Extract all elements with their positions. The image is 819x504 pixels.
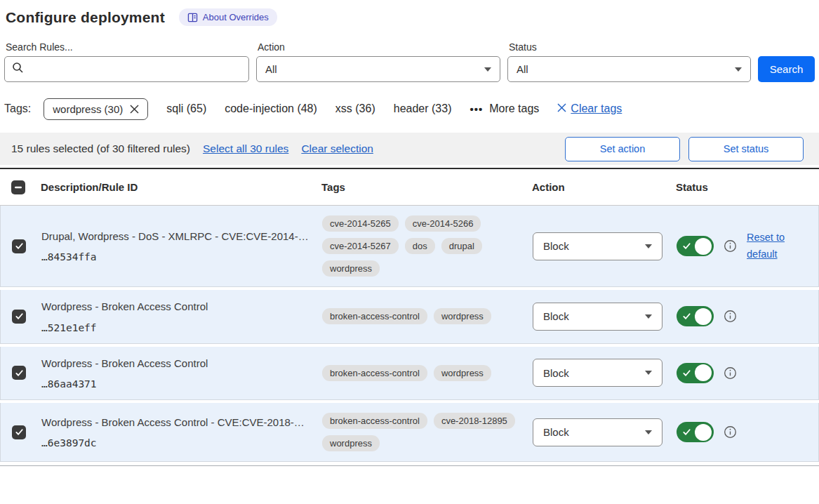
selected-tag-wordpress[interactable]: wordpress (30) xyxy=(44,98,148,120)
page-header: Configure deployment About Overrides xyxy=(0,0,819,26)
clear-tags-button[interactable]: Clear tags xyxy=(557,102,622,115)
info-icon[interactable] xyxy=(724,239,737,253)
rule-tags: broken-access-controlwordpress xyxy=(322,365,533,381)
info-icon[interactable] xyxy=(724,366,737,380)
rule-enabled-toggle[interactable] xyxy=(677,363,714,383)
info-icon[interactable] xyxy=(724,425,737,439)
rule-description: Wordpress - Broken Access Control xyxy=(41,357,311,371)
rule-description: Drupal, Wordpress - DoS - XMLRPC - CVE:C… xyxy=(41,230,311,244)
rule-action-value: Block xyxy=(543,367,569,379)
rule-id: …521e1eff xyxy=(41,322,311,333)
table-body: Drupal, Wordpress - DoS - XMLRPC - CVE:C… xyxy=(0,206,819,462)
tag-pill: broken-access-control xyxy=(322,413,427,429)
remove-tag-icon[interactable] xyxy=(130,105,139,114)
chevron-down-icon xyxy=(645,430,652,435)
clear-tags-label: Clear tags xyxy=(571,102,622,115)
search-button[interactable]: Search xyxy=(758,56,815,82)
search-rules-box xyxy=(4,56,249,82)
rule-description-cell: Wordpress - Broken Access Control - CVE:… xyxy=(41,416,322,449)
tag-pill: wordpress xyxy=(322,435,380,451)
tag-option-code-injection[interactable]: code-injection (48) xyxy=(225,102,317,115)
rule-action-select[interactable]: Block xyxy=(533,303,662,331)
search-rules-input[interactable] xyxy=(29,63,241,75)
tag-option-header[interactable]: header (33) xyxy=(394,102,452,115)
table-row: Wordpress - Broken Access Control …86aa4… xyxy=(0,347,819,401)
row-checkbox[interactable] xyxy=(12,310,26,324)
tag-pill: wordpress xyxy=(434,308,491,324)
reset-to-default-link[interactable]: Reset to default xyxy=(747,230,793,262)
column-status: Status xyxy=(676,181,819,193)
rule-action-select[interactable]: Block xyxy=(533,359,662,387)
search-rules-label: Search Rules... xyxy=(6,41,249,53)
table-bottom-divider xyxy=(0,465,819,466)
chevron-down-icon xyxy=(645,314,652,319)
rule-action-value: Block xyxy=(543,240,569,252)
status-filter-select[interactable]: All xyxy=(507,56,751,82)
selection-bar: 15 rules selected (of 30 filtered rules)… xyxy=(0,133,819,165)
toggle-knob xyxy=(695,308,712,325)
chevron-down-icon xyxy=(645,371,652,375)
row-checkbox[interactable] xyxy=(12,239,26,253)
toggle-knob xyxy=(695,238,712,255)
rule-enabled-toggle[interactable] xyxy=(677,422,714,442)
clear-selection-link[interactable]: Clear selection xyxy=(301,142,373,155)
rule-description-cell: Wordpress - Broken Access Control …521e1… xyxy=(41,300,322,333)
table-header: Description/Rule ID Tags Action Status xyxy=(0,169,819,206)
selected-tag-label: wordpress (30) xyxy=(53,103,123,115)
rule-id: …6e3897dc xyxy=(41,437,311,449)
set-action-button[interactable]: Set action xyxy=(565,137,680,161)
tag-pill: wordpress xyxy=(322,260,380,277)
rule-enabled-toggle[interactable] xyxy=(677,236,714,256)
column-tags: Tags xyxy=(321,181,532,193)
column-action: Action xyxy=(532,181,676,193)
select-all-link[interactable]: Select all 30 rules xyxy=(203,142,288,155)
table-row: Wordpress - Broken Access Control - CVE:… xyxy=(0,403,819,462)
action-filter-value: All xyxy=(265,63,277,75)
tag-option-sqli[interactable]: sqli (65) xyxy=(166,102,206,115)
row-checkbox[interactable] xyxy=(12,425,26,439)
rule-action-select[interactable]: Block xyxy=(533,232,662,260)
book-icon xyxy=(187,13,198,22)
rule-action-value: Block xyxy=(543,310,569,322)
about-overrides-badge[interactable]: About Overrides xyxy=(179,8,277,26)
row-checkbox[interactable] xyxy=(12,366,26,380)
select-all-checkbox[interactable] xyxy=(11,180,25,194)
tags-label: Tags: xyxy=(4,102,31,115)
page-title: Configure deployment xyxy=(6,9,165,26)
rule-tags: broken-access-controlwordpress xyxy=(322,308,533,324)
tag-pill: drupal xyxy=(441,238,482,254)
tag-pill: cve-2018-12895 xyxy=(434,413,515,429)
rule-description-cell: Wordpress - Broken Access Control …86aa4… xyxy=(41,357,322,390)
more-tags-label: More tags xyxy=(489,102,539,115)
status-filter-label: Status xyxy=(509,41,751,53)
set-status-button[interactable]: Set status xyxy=(688,137,804,161)
about-overrides-label: About Overrides xyxy=(203,12,269,22)
tag-option-xss[interactable]: xss (36) xyxy=(335,102,375,115)
rule-enabled-toggle[interactable] xyxy=(677,306,714,326)
tag-pill: cve-2014-5267 xyxy=(322,238,399,254)
action-filter-select[interactable]: All xyxy=(256,56,500,82)
rule-action-cell: Block xyxy=(533,359,677,387)
tag-pill: broken-access-control xyxy=(322,365,427,381)
chevron-down-icon xyxy=(735,67,742,72)
selection-summary: 15 rules selected (of 30 filtered rules) xyxy=(11,142,190,155)
clear-tags-x-icon xyxy=(557,102,566,115)
rule-action-select[interactable]: Block xyxy=(533,418,662,446)
info-icon[interactable] xyxy=(724,310,737,323)
rule-status-cell xyxy=(677,306,818,326)
rule-action-cell: Block xyxy=(533,418,677,446)
status-filter-value: All xyxy=(517,63,528,75)
rule-description: Wordpress - Broken Access Control - CVE:… xyxy=(41,416,311,430)
toggle-knob xyxy=(695,364,712,381)
tag-pill: cve-2014-5266 xyxy=(405,215,481,232)
rule-status-cell xyxy=(677,422,818,442)
more-tags-button[interactable]: ••• More tags xyxy=(470,102,539,115)
chevron-down-icon xyxy=(645,244,652,248)
rule-action-cell: Block xyxy=(533,303,677,331)
tag-pill: cve-2014-5265 xyxy=(322,215,399,232)
tag-pill: wordpress xyxy=(434,365,491,381)
rules-table: Description/Rule ID Tags Action Status D… xyxy=(0,168,819,466)
rule-description-cell: Drupal, Wordpress - DoS - XMLRPC - CVE:C… xyxy=(41,230,322,263)
rule-status-cell: Reset to default xyxy=(677,230,818,262)
rule-action-value: Block xyxy=(543,426,569,438)
